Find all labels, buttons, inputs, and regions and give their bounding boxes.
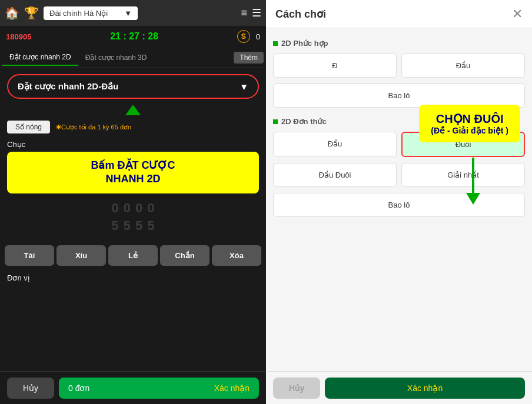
tab-2d[interactable]: Đặt cược nhanh 2D: [2, 49, 78, 66]
phuc-hop-btn-d[interactable]: Đ: [273, 54, 397, 78]
quick-select-buttons: Tài Xiu Lẻ Chắn Xóa: [0, 241, 266, 271]
section2-text: 2D Đơn thức: [281, 117, 327, 126]
list-icon[interactable]: ≡: [241, 7, 247, 19]
svg-marker-2: [466, 193, 480, 205]
cancel-button[interactable]: Hủy: [7, 378, 54, 399]
right-panel: Cách chơi ✕ CHỌN ĐUÔI (Đề - Giải đặc biệ…: [266, 0, 532, 404]
station-label: Đài chính Hà Nội: [49, 9, 108, 18]
right-content: 2D Phức hợp Đ Đầu Bao lô 2D Đơn thức Đầu…: [266, 28, 532, 371]
trophy-icon[interactable]: 🏆: [24, 6, 39, 20]
tooltip-line1: Bấm ĐẶT CƯỢC: [16, 159, 250, 172]
tooltip-line2: NHANH 2D: [16, 172, 250, 186]
don-thuc-btn-baolo[interactable]: Bao lô: [273, 193, 525, 217]
right-confirm-button[interactable]: Xác nhận: [325, 378, 525, 399]
arrow-down-container: [461, 158, 485, 207]
number-wheel[interactable]: 0 5 0 5 0 5 0 5: [0, 193, 266, 241]
hot-row: Số nóng ✱Cược tối đa 1 kỳ 65 đơn: [0, 116, 266, 138]
top-nav: 🏠 🏆 Đài chính Hà Nội ▼ ≡ ☰: [0, 0, 266, 26]
chevron-down-icon: ▼: [124, 9, 132, 18]
arrow-up-icon: [124, 105, 142, 116]
page-title: Cách chơi: [275, 8, 326, 21]
don-thuc-btn-dauduoi[interactable]: Đầu Đuôi: [273, 163, 397, 187]
tab-more-button[interactable]: Thêm: [234, 52, 264, 64]
coin-icon[interactable]: S: [237, 30, 250, 43]
svg-marker-0: [125, 105, 141, 115]
xiu-button[interactable]: Xiu: [56, 245, 106, 266]
arrow-down-icon: [461, 158, 485, 205]
tai-button[interactable]: Tài: [5, 245, 54, 266]
hot-numbers-button[interactable]: Số nóng: [7, 121, 50, 133]
section2-buttons-row2: Đầu Đuôi Giải nhất: [273, 163, 525, 187]
section1-dot: [273, 41, 278, 46]
confirm-label: Xác nhận: [214, 383, 250, 393]
chuc-label: Chục: [0, 138, 266, 152]
arrow-up-container: [0, 105, 266, 116]
wheel-bot: 5: [124, 219, 131, 232]
le-button[interactable]: Lẻ: [108, 245, 158, 266]
max-bet-note: ✱Cược tối đa 1 kỳ 65 đơn: [56, 123, 131, 131]
wheel-top: 0: [112, 202, 119, 215]
section1-baolo: Bao lô: [273, 84, 525, 108]
right-header: Cách chơi ✕: [266, 0, 532, 28]
phuc-hop-btn-dau[interactable]: Đầu: [401, 54, 525, 78]
wheel-col-1: 0 5: [112, 202, 119, 232]
wheel-col-3: 0 5: [135, 202, 142, 232]
don-vi-label: Đơn vị: [0, 271, 266, 286]
wheel-top: 0: [135, 202, 142, 215]
chon-duoi-sub: (Đề - Giải đặc biệt ): [431, 126, 508, 135]
section1-label: 2D Phức hợp: [273, 39, 525, 48]
xoa-button[interactable]: Xóa: [212, 245, 261, 266]
bet-type-label: Đặt cược nhanh 2D-Đầu: [18, 81, 118, 92]
menu-icon[interactable]: ☰: [252, 6, 261, 19]
home-icon[interactable]: 🏠: [5, 6, 19, 20]
wheel-bot: 5: [112, 219, 119, 232]
time-display: 21 : 27 : 28: [37, 31, 231, 42]
chan-button[interactable]: Chắn: [160, 245, 210, 266]
don-thuc-btn-dau[interactable]: Đầu: [273, 132, 397, 157]
status-bar: 180905 21 : 27 : 28 S 0: [0, 26, 266, 47]
wheel-top: 0: [124, 202, 131, 215]
order-count: 0 đơn: [68, 383, 89, 393]
section1-text: 2D Phức hợp: [281, 39, 328, 48]
section1-buttons: Đ Đầu: [273, 54, 525, 78]
section2-dot: [273, 119, 278, 124]
chon-duoi-tooltip: CHỌN ĐUÔI (Đề - Giải đặc biệt ): [419, 105, 520, 142]
wheel-top: 0: [147, 202, 154, 215]
tab-3d[interactable]: Đặt cược nhanh 3D: [78, 50, 154, 65]
left-footer: Hủy 0 đơn Xác nhận: [0, 371, 266, 404]
section2-baolo: Bao lô: [273, 193, 525, 217]
quick-bet-tooltip: Bấm ĐẶT CƯỢC NHANH 2D: [7, 152, 259, 193]
left-panel: 🏠 🏆 Đài chính Hà Nội ▼ ≡ ☰ 180905 21 : 2…: [0, 0, 266, 404]
confirm-button[interactable]: 0 đơn Xác nhận: [59, 378, 259, 399]
close-button[interactable]: ✕: [512, 6, 523, 22]
phuc-hop-btn-baolo[interactable]: Bao lô: [273, 84, 525, 108]
wheel-col-2: 0 5: [124, 202, 131, 232]
right-wrapper: CHỌN ĐUÔI (Đề - Giải đặc biệt ) 2D Phức …: [266, 28, 532, 404]
user-id: 180905: [6, 32, 31, 41]
right-footer: Hủy Xác nhận: [266, 371, 532, 404]
station-dropdown[interactable]: Đài chính Hà Nội ▼: [44, 6, 138, 20]
chon-duoi-title: CHỌN ĐUÔI: [431, 112, 508, 126]
balance: 0: [256, 32, 260, 41]
wheel-col-4: 0 5: [147, 202, 154, 232]
bet-type-dropdown[interactable]: Đặt cược nhanh 2D-Đầu ▼: [7, 74, 259, 99]
wheel-bot: 5: [135, 219, 142, 232]
wheel-bot: 5: [147, 219, 154, 232]
tabs-row: Đặt cược nhanh 2D Đặt cược nhanh 3D Thêm: [0, 47, 266, 68]
dropdown-arrow-icon: ▼: [240, 82, 248, 92]
right-cancel-button[interactable]: Hủy: [273, 378, 320, 399]
